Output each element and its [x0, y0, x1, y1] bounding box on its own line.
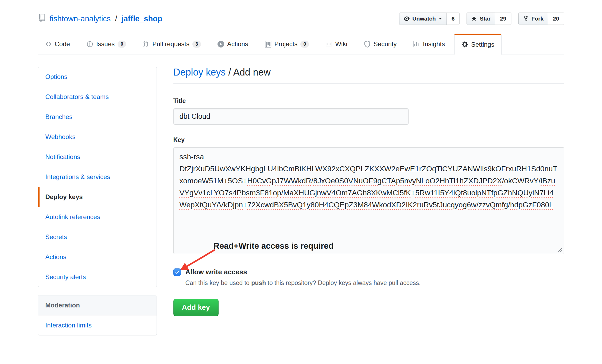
key-segment: / [476, 201, 479, 209]
tab-projects-count: 0 [300, 41, 309, 48]
title-input[interactable] [173, 108, 409, 125]
tab-projects[interactable]: Projects0 [258, 33, 316, 54]
sidebar-item-interaction-limits[interactable]: Interaction limits [38, 315, 157, 335]
fork-button-label: Fork [531, 15, 544, 22]
tab-actions[interactable]: Actions [210, 33, 255, 54]
tab-actions-label: Actions [227, 40, 248, 48]
unwatch-count[interactable]: 6 [447, 13, 460, 25]
sidebar-item-branches[interactable]: Branches [38, 107, 157, 127]
gear-icon [461, 41, 468, 48]
tab-insights[interactable]: Insights [406, 33, 452, 54]
key-segment: + [243, 201, 247, 209]
tab-issues-label: Issues [96, 40, 115, 48]
key-segment: 72XcwdBX5BvQ1y80H4CQEpZ3M84WkodXD2IK2ruR… [247, 201, 476, 209]
tab-pull-requests-count: 3 [192, 41, 201, 48]
key-segment: VkDjpn [219, 201, 243, 209]
star-icon [471, 16, 477, 22]
star-button-label: Star [480, 15, 491, 22]
add-deploy-key-form: Title Key ssh-rsa DtZjrXuD5UwXwYKHgbgLU4… [173, 97, 564, 316]
key-first-line: ssh-rsa [180, 151, 558, 163]
unwatch-button-group: Unwatch6 [399, 13, 460, 25]
allow-write-help: Can this key be used to push to this rep… [185, 279, 564, 287]
play-icon [218, 41, 224, 48]
tab-code-label: Code [55, 40, 70, 48]
key-segment: / [311, 177, 313, 185]
star-count[interactable]: 29 [495, 13, 511, 25]
breadcrumb-separator: / [226, 67, 233, 78]
key-segment: / [281, 189, 283, 197]
pull-request-icon [143, 41, 149, 48]
repo-actions: Unwatch6Star29Fork20 [399, 13, 564, 25]
key-segment: + [411, 189, 415, 197]
page-title: Add new [233, 67, 271, 78]
tab-wiki[interactable]: Wiki [318, 33, 354, 54]
settings-menu: OptionsCollaborators & teamsBranchesWebh… [38, 67, 157, 287]
eye-icon [404, 16, 410, 22]
shield-icon [364, 41, 371, 48]
repo-icon-slot [38, 14, 46, 24]
issue-icon [87, 41, 93, 48]
key-segment: / [217, 201, 219, 209]
key-textarea[interactable]: ssh-rsa DtZjrXuD5UwXwYKHgbgLU4lbCmBiKHLW… [173, 147, 564, 254]
tab-security[interactable]: Security [357, 33, 404, 54]
annotation-arrow-icon [173, 248, 222, 275]
key-value: DtZjrXuD5UwXwYKHgbgLU4lbCmBiKHLWX92xCXQP… [180, 163, 558, 211]
tab-settings-label: Settings [471, 41, 494, 48]
main-panel: Deploy keys / Add new Title Key ssh-rsa … [173, 67, 564, 335]
title-label: Title [173, 97, 564, 105]
repo-separator: / [115, 14, 117, 23]
settings-sidebar: OptionsCollaborators & teamsBranchesWebh… [38, 67, 157, 335]
sidebar-item-autolink-references[interactable]: Autolink references [38, 207, 157, 227]
tab-pull-requests[interactable]: Pull requests3 [135, 33, 208, 54]
star-button[interactable]: Star [467, 13, 495, 25]
key-segment: /okCWRvY/ [502, 177, 541, 185]
sidebar-item-deploy-keys[interactable]: Deploy keys [38, 187, 157, 207]
key-segment: MaXHUGjnwV4Om7AGh8XKwMCl5fK [283, 189, 411, 197]
repo-name-link[interactable]: jaffle_shop [121, 14, 162, 23]
help-text-post: to this repository? Deploy keys always h… [266, 279, 421, 286]
annotation-text: Read+Write access is required [213, 241, 334, 251]
sidebar-item-actions[interactable]: Actions [38, 247, 157, 267]
tab-settings[interactable]: Settings [454, 34, 502, 55]
caret-down-icon [438, 17, 442, 21]
sidebar-item-security-alerts[interactable]: Security alerts [38, 267, 157, 287]
resize-grip-icon[interactable] [556, 246, 563, 252]
key-segment: 8JxOe0S0VNuOF9gCTAp5nvyNLoO2HhTl1hZXDJPD… [313, 177, 502, 185]
key-segment: zzvQmfg [479, 201, 508, 209]
project-icon [265, 41, 271, 48]
sidebar-item-webhooks[interactable]: Webhooks [38, 127, 157, 147]
fork-count[interactable]: 20 [548, 13, 564, 25]
sidebar-item-collaborators-teams[interactable]: Collaborators & teams [38, 87, 157, 107]
help-text-pre: Can this key be used to [185, 279, 251, 286]
nav-tabs: CodeIssues0Pull requests3ActionsProjects… [38, 33, 564, 54]
sidebar-item-options[interactable]: Options [38, 67, 157, 87]
unwatch-button-label: Unwatch [412, 15, 436, 22]
fork-button[interactable]: Fork [518, 13, 548, 25]
sidebar-item-secrets[interactable]: Secrets [38, 227, 157, 247]
page: fishtown-analytics / jaffle_shop Unwatch… [38, 0, 564, 357]
tab-wiki-label: Wiki [335, 40, 347, 48]
sidebar-item-integrations-services[interactable]: Integrations & services [38, 167, 157, 187]
key-segment: hdpGzF080L [510, 201, 553, 209]
moderation-header: Moderation [38, 295, 157, 315]
tab-security-label: Security [374, 40, 397, 48]
tab-code[interactable]: Code [38, 33, 77, 54]
graph-icon [413, 41, 420, 48]
tab-issues[interactable]: Issues0 [79, 33, 133, 54]
unwatch-button[interactable]: Unwatch [399, 13, 447, 25]
book-icon [325, 41, 332, 48]
breadcrumb: Deploy keys / Add new [173, 67, 564, 84]
content: OptionsCollaborators & teamsBranchesWebh… [38, 67, 564, 357]
repo-owner-link[interactable]: fishtown-analytics [50, 14, 111, 23]
add-key-button[interactable]: Add key [173, 299, 219, 316]
tab-issues-count: 0 [118, 41, 126, 48]
fork-icon [523, 16, 529, 22]
repo-header: fishtown-analytics / jaffle_shop Unwatch… [38, 0, 564, 28]
help-text-push: push [251, 279, 266, 286]
star-button-group: Star29 [467, 13, 511, 25]
repo-icon [38, 14, 46, 22]
deploy-keys-link[interactable]: Deploy keys [173, 67, 226, 78]
fork-button-group: Fork20 [518, 13, 564, 25]
sidebar-item-notifications[interactable]: Notifications [38, 147, 157, 167]
repo-nav: CodeIssues0Pull requests3ActionsProjects… [38, 33, 564, 54]
